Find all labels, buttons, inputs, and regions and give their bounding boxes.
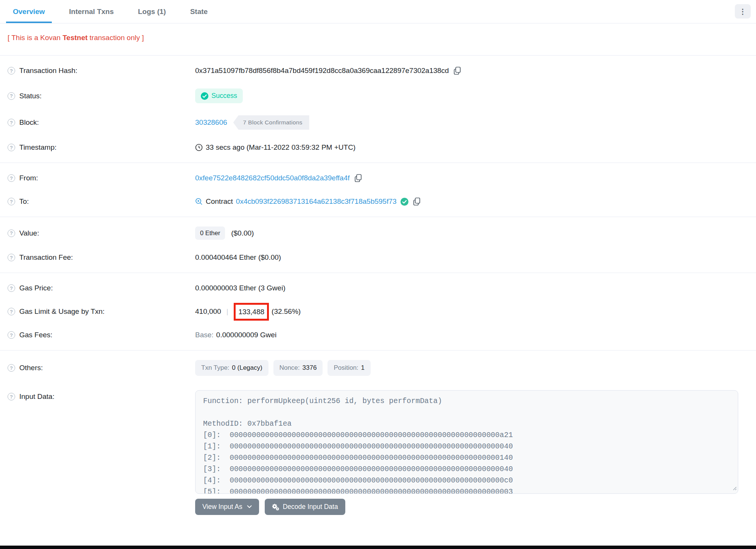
testnet-notice-bold: Testnet	[62, 34, 87, 42]
txn-type-key: Txn Type:	[201, 364, 229, 372]
row-others: ? Others: Txn Type: 0 (Legacy) Nonce: 33…	[0, 354, 756, 382]
row-input-data: ? Input Data: Function: performUpkeep(ui…	[0, 382, 756, 521]
tab-state[interactable]: State	[183, 0, 214, 23]
from-address-link[interactable]: 0xfee7522e8482682cf50ddc50a0f8da2a39effa…	[195, 174, 350, 182]
help-icon[interactable]: ?	[8, 284, 15, 292]
transaction-hash-value: 0x371a51097fb78df856f8b4a7bd459f192d8cc8…	[195, 67, 449, 75]
tab-overview[interactable]: Overview	[6, 0, 52, 23]
position-key: Position:	[334, 364, 358, 372]
position-badge: Position: 1	[328, 360, 371, 376]
nonce-value: 3376	[303, 364, 317, 372]
copy-icon	[453, 67, 461, 75]
row-status: ? Status: Success	[0, 82, 756, 109]
help-icon[interactable]: ?	[8, 331, 15, 339]
copy-icon[interactable]	[413, 197, 421, 206]
row-block: ? Block: 30328606 7 Block Confirmations	[0, 109, 756, 136]
help-icon[interactable]: ?	[8, 67, 15, 74]
gas-used-value: 133,488	[238, 308, 264, 316]
section-value-fee: ? Value: 0 Ether ($0.00) ? Transaction F…	[0, 217, 756, 273]
help-icon[interactable]: ?	[8, 308, 15, 315]
gas-used-annotation-box: 133,488	[234, 303, 269, 321]
tab-internal-txns[interactable]: Internal Txns	[62, 0, 121, 23]
help-icon[interactable]: ?	[8, 393, 15, 400]
row-to: ? To: Contract 0x4cb093f226983713164a621…	[0, 190, 756, 213]
verified-check-icon	[401, 198, 408, 206]
tab-logs[interactable]: Logs (1)	[131, 0, 173, 23]
help-icon[interactable]: ?	[8, 92, 15, 100]
block-label: Block:	[19, 118, 39, 127]
to-label: To:	[19, 197, 29, 206]
kebab-menu-button[interactable]: ⋮	[735, 4, 751, 19]
row-value: ? Value: 0 Ether ($0.00)	[0, 220, 756, 246]
nonce-key: Nonce:	[279, 364, 300, 372]
section-gas: ? Gas Price: 0.000000003 Ether (3 Gwei) …	[0, 273, 756, 350]
gas-price-value: 0.000000003 Ether (3 Gwei)	[195, 284, 286, 292]
zoom-in-icon[interactable]	[195, 198, 203, 205]
block-confirmations-badge: 7 Block Confirmations	[233, 115, 309, 130]
row-gas-fees: ? Gas Fees: Base: 0.000000009 Gwei	[0, 323, 756, 347]
position-value: 1	[361, 364, 365, 372]
status-value: Success	[211, 92, 237, 100]
resize-grip-icon[interactable]	[731, 484, 737, 492]
value-usd: ($0.00)	[231, 229, 254, 237]
value-label: Value:	[19, 229, 39, 237]
row-from: ? From: 0xfee7522e8482682cf50ddc50a0f8da…	[0, 166, 756, 190]
section-others-input: ? Others: Txn Type: 0 (Legacy) Nonce: 33…	[0, 350, 756, 524]
gas-fees-base-value: 0.000000009 Gwei	[216, 331, 277, 339]
view-input-as-label: View Input As	[202, 503, 242, 511]
testnet-notice-prefix: [ This is a Kovan	[8, 34, 62, 42]
status-badge: Success	[195, 88, 243, 103]
input-data-actions: View Input As Decode Input Data	[195, 499, 738, 515]
gas-used-percent: (32.56%)	[272, 307, 301, 316]
decode-input-data-button[interactable]: Decode Input Data	[265, 499, 345, 515]
copy-icon[interactable]	[453, 67, 461, 75]
chevron-down-icon	[247, 505, 252, 509]
block-number-link[interactable]: 30328606	[195, 118, 227, 127]
section-addresses: ? From: 0xfee7522e8482682cf50ddc50a0f8da…	[0, 163, 756, 217]
gas-limit-value: 410,000	[195, 307, 221, 316]
window-bottom-edge	[0, 546, 756, 549]
row-transaction-fee: ? Transaction Fee: 0.000400464 Ether ($0…	[0, 246, 756, 269]
view-input-as-button[interactable]: View Input As	[195, 499, 259, 515]
gas-fees-label: Gas Fees:	[19, 331, 53, 339]
gears-icon	[272, 503, 279, 510]
txn-type-value: 0 (Legacy)	[232, 364, 262, 372]
help-icon[interactable]: ?	[8, 254, 15, 261]
section-overview-top: ? Transaction Hash: 0x371a51097fb78df856…	[0, 56, 756, 163]
row-gas-limit-usage: ? Gas Limit & Usage by Txn: 410,000 | 13…	[0, 300, 756, 323]
txn-type-badge: Txn Type: 0 (Legacy)	[195, 360, 269, 376]
help-icon[interactable]: ?	[8, 144, 15, 151]
help-icon[interactable]: ?	[8, 364, 15, 372]
transaction-hash-label: Transaction Hash:	[19, 67, 77, 75]
help-icon[interactable]: ?	[8, 198, 15, 205]
check-circle-icon	[201, 92, 208, 100]
input-data-label: Input Data:	[19, 392, 54, 401]
to-contract-prefix: Contract	[206, 197, 233, 206]
gas-limit-usage-label: Gas Limit & Usage by Txn:	[19, 307, 105, 316]
help-icon[interactable]: ?	[8, 174, 15, 182]
input-data-textarea[interactable]: Function: performUpkeep(uint256 id, byte…	[195, 390, 738, 494]
nonce-badge: Nonce: 3376	[273, 360, 323, 376]
testnet-notice: [ This is a Kovan Testnet transaction on…	[0, 23, 756, 56]
testnet-notice-suffix: transaction only ]	[88, 34, 144, 42]
to-address-link[interactable]: 0x4cb093f226983713164a62138c3f718a5b595f…	[236, 197, 397, 206]
help-icon[interactable]: ?	[8, 119, 15, 126]
gas-separator: |	[227, 308, 228, 316]
tab-bar: Overview Internal Txns Logs (1) State ⋮	[0, 0, 756, 23]
ether-value-badge: 0 Ether	[195, 226, 225, 240]
clock-icon	[195, 144, 203, 151]
help-icon[interactable]: ?	[8, 230, 15, 237]
decode-input-data-label: Decode Input Data	[283, 503, 338, 511]
transaction-fee-value: 0.000400464 Ether ($0.00)	[195, 253, 281, 262]
timestamp-value: 33 secs ago (Mar-11-2022 03:59:32 PM +UT…	[206, 143, 355, 152]
from-label: From:	[19, 174, 38, 182]
timestamp-label: Timestamp:	[19, 143, 57, 152]
row-gas-price: ? Gas Price: 0.000000003 Ether (3 Gwei)	[0, 276, 756, 300]
row-transaction-hash: ? Transaction Hash: 0x371a51097fb78df856…	[0, 59, 756, 82]
row-timestamp: ? Timestamp: 33 secs ago (Mar-11-2022 03…	[0, 136, 756, 159]
copy-icon[interactable]	[354, 174, 362, 182]
status-label: Status:	[19, 92, 42, 100]
others-label: Others:	[19, 364, 43, 372]
transaction-fee-label: Transaction Fee:	[19, 253, 73, 262]
gas-price-label: Gas Price:	[19, 284, 53, 292]
